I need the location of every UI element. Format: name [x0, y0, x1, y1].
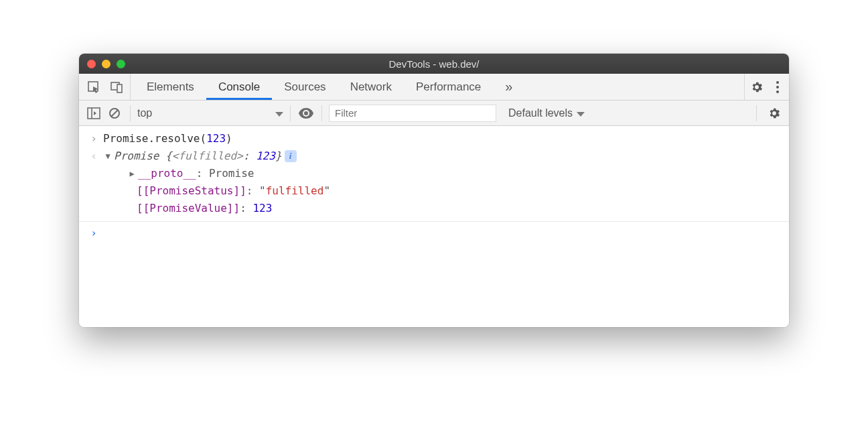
tab-performance[interactable]: Performance	[404, 74, 493, 100]
console-input-row: › Promise.resolve(123)	[79, 130, 789, 147]
devtools-window: DevTools - web.dev/ Elements Console Sou…	[79, 54, 789, 327]
tab-network[interactable]: Network	[338, 74, 404, 100]
titlebar: DevTools - web.dev/	[79, 54, 789, 74]
console-result-row: ‹ ▼Promise {<fulfilled>: 123}i	[79, 147, 789, 165]
log-levels-label: Default levels	[508, 107, 573, 119]
context-label: top	[137, 107, 152, 119]
console-toolbar: top Default levels	[79, 101, 789, 126]
chevron-down-icon	[275, 107, 283, 119]
inspect-element-icon[interactable]	[87, 80, 100, 94]
live-expression-icon[interactable]	[293, 108, 319, 119]
expand-toggle-icon[interactable]: ▼	[103, 147, 113, 165]
input-indicator-icon: ›	[84, 130, 103, 147]
svg-point-3	[776, 81, 779, 84]
svg-point-4	[776, 86, 779, 88]
device-toolbar-icon[interactable]	[110, 80, 123, 94]
window-title: DevTools - web.dev/	[79, 58, 789, 70]
console-settings-icon[interactable]	[760, 107, 789, 120]
minimize-button[interactable]	[102, 60, 111, 68]
console-input-expression[interactable]: Promise.resolve(123)	[103, 130, 232, 147]
console-prompt-row[interactable]: ›	[79, 225, 789, 242]
main-toolbar: Elements Console Sources Network Perform…	[79, 74, 789, 101]
chevron-down-icon	[577, 107, 585, 119]
svg-line-9	[112, 110, 118, 116]
expand-toggle-icon[interactable]: ▶	[127, 165, 137, 182]
kebab-menu-icon[interactable]	[776, 80, 780, 94]
clear-console-icon[interactable]	[108, 107, 121, 119]
divider	[79, 221, 789, 222]
more-tabs-button[interactable]: »	[493, 74, 524, 100]
promise-value-row: [[PromiseValue]]: 123	[79, 200, 789, 217]
svg-point-5	[776, 90, 779, 93]
console-output: › Promise.resolve(123) ‹ ▼Promise {<fulf…	[79, 126, 789, 327]
promise-status-row: [[PromiseStatus]]: "fulfilled"	[79, 182, 789, 200]
panel-tabs: Elements Console Sources Network Perform…	[131, 74, 744, 100]
info-icon[interactable]: i	[285, 150, 297, 162]
close-button[interactable]	[87, 60, 96, 68]
log-levels-selector[interactable]: Default levels	[508, 107, 585, 119]
prompt-indicator-icon: ›	[84, 225, 103, 242]
filter-input[interactable]	[329, 105, 496, 122]
proto-row[interactable]: ▶__proto__: Promise	[79, 165, 789, 182]
tab-elements[interactable]: Elements	[135, 74, 206, 100]
traffic-lights	[87, 60, 125, 68]
svg-rect-2	[117, 84, 122, 93]
tab-console[interactable]: Console	[206, 74, 272, 100]
maximize-button[interactable]	[117, 60, 125, 68]
settings-icon[interactable]	[750, 80, 764, 94]
context-selector[interactable]: top	[133, 107, 287, 119]
output-indicator-icon: ‹	[84, 147, 103, 165]
console-result[interactable]: ▼Promise {<fulfilled>: 123}i	[103, 147, 297, 165]
sidebar-toggle-icon[interactable]	[87, 107, 100, 119]
tab-sources[interactable]: Sources	[272, 74, 338, 100]
